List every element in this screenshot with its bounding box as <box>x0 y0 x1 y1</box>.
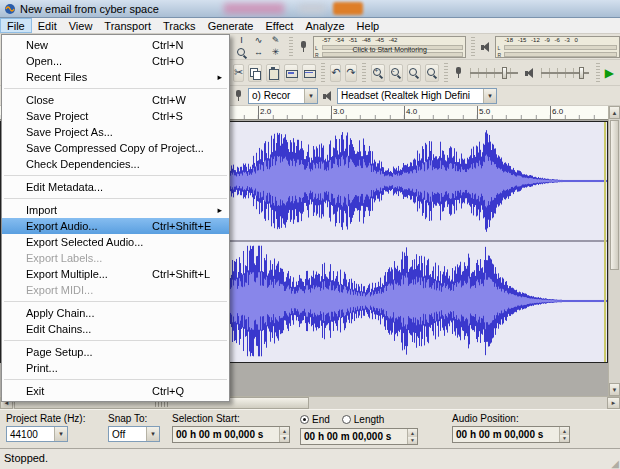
playback-volume-slider[interactable] <box>539 65 591 81</box>
menu-file[interactable]: File <box>0 18 32 33</box>
fit-selection-icon <box>408 67 420 79</box>
menu-item-edit-chains[interactable]: Edit Chains... <box>2 321 229 337</box>
menu-analyze[interactable]: Analyze <box>299 18 350 33</box>
fit-project-button[interactable] <box>425 64 439 82</box>
selection-start-value: 00 h 00 m 00,000 s <box>173 429 266 440</box>
menu-item-close[interactable]: CloseCtrl+W <box>2 92 229 108</box>
undo-button[interactable]: ↶ <box>330 64 341 82</box>
scroll-right-button[interactable]: ► <box>607 397 620 409</box>
slider-thumb[interactable] <box>579 67 584 79</box>
draw-tool-icon: ✎ <box>272 36 280 45</box>
playback-device-select[interactable]: Headset (Realtek High Defini ▾ <box>337 88 497 104</box>
menu-generate[interactable]: Generate <box>202 18 260 33</box>
play-at-speed-button[interactable]: ▶ <box>605 66 614 80</box>
toolbar-grip[interactable] <box>321 63 325 82</box>
slider-thumb[interactable] <box>502 67 507 79</box>
menu-item-new[interactable]: NewCtrl+N <box>2 37 229 53</box>
toolbar-grip[interactable] <box>444 63 448 82</box>
menu-help[interactable]: Help <box>351 18 386 33</box>
menu-item-label: Check Dependencies... <box>26 158 140 170</box>
menu-item-save-project-as[interactable]: Save Project As... <box>2 124 229 140</box>
menu-item-save-project[interactable]: Save ProjectCtrl+S <box>2 108 229 124</box>
spin-up-icon[interactable]: ▲ <box>560 427 569 435</box>
end-radio[interactable]: End <box>300 414 330 425</box>
menu-item-page-setup[interactable]: Page Setup... <box>2 344 229 360</box>
menu-item-edit-metadata[interactable]: Edit Metadata... <box>2 179 229 195</box>
spin-down-icon[interactable]: ▼ <box>408 437 417 445</box>
spin-down-icon[interactable]: ▼ <box>560 435 569 443</box>
audio-position-field[interactable]: 00 h 00 m 00,000 s ▲ ▼ <box>452 426 570 443</box>
redo-button[interactable]: ↷ <box>345 64 356 82</box>
selection-start-label: Selection Start: <box>172 413 290 424</box>
project-rate-select[interactable]: 44100 ▾ <box>6 426 68 442</box>
time-spinner[interactable]: ▲ ▼ <box>407 429 417 444</box>
playback-device-value: Headset (Realtek High Defini <box>338 90 473 101</box>
length-radio[interactable]: Length <box>342 414 385 425</box>
recording-meter[interactable]: -57 -54 -51 -48 -45 -42 L R Click to Sta… <box>313 36 466 58</box>
menu-item-exit[interactable]: ExitCtrl+Q <box>2 383 229 399</box>
menu-item-export-selected-audio[interactable]: Export Selected Audio... <box>2 234 229 250</box>
menu-item-apply-chain[interactable]: Apply Chain... <box>2 305 229 321</box>
scroll-up-button[interactable]: ▲ <box>609 106 620 119</box>
spin-up-icon[interactable]: ▲ <box>408 429 417 437</box>
zoom-in-button[interactable]: + <box>371 64 385 82</box>
zoom-in-icon: + <box>372 67 384 79</box>
spin-down-icon[interactable]: ▼ <box>280 435 289 443</box>
menu-item-open[interactable]: Open...Ctrl+O <box>2 53 229 69</box>
menu-item-label: Print... <box>26 362 58 374</box>
menu-item-export-multiple[interactable]: Export Multiple...Ctrl+Shift+L <box>2 266 229 282</box>
cut-button[interactable]: ✂ <box>233 64 244 82</box>
menu-edit[interactable]: Edit <box>32 18 63 33</box>
draw-tool-button[interactable]: ✎ <box>267 35 284 47</box>
submenu-arrow-icon: ▸ <box>217 205 222 215</box>
selection-tool-button[interactable]: I <box>233 35 250 47</box>
recording-meter-scale: -57 -54 -51 -48 -45 -42 <box>322 37 463 43</box>
menu-transport[interactable]: Transport <box>98 18 157 33</box>
multi-tool-button[interactable]: ✳ <box>267 47 284 59</box>
spin-up-icon[interactable]: ▲ <box>280 427 289 435</box>
recording-volume-slider[interactable] <box>468 65 520 81</box>
menu-item-save-compressed-copy[interactable]: Save Compressed Copy of Project... <box>2 140 229 156</box>
vertical-scrollbar[interactable]: ▲ ▼ <box>608 106 620 396</box>
menu-item-label: Export Audio... <box>26 220 98 232</box>
time-spinner[interactable]: ▲ ▼ <box>559 427 569 442</box>
scroll-down-button[interactable]: ▼ <box>609 383 620 396</box>
timeshift-tool-button[interactable]: ↔ <box>250 47 267 59</box>
zoom-tool-button[interactable] <box>233 47 250 59</box>
menu-item-print[interactable]: Print... <box>2 360 229 376</box>
trim-audio-button[interactable] <box>284 64 298 82</box>
menu-item-check-dependencies[interactable]: Check Dependencies... <box>2 156 229 172</box>
zoom-out-button[interactable]: - <box>389 64 403 82</box>
status-bar: Stopped. ◢ <box>0 448 620 469</box>
menu-item-import[interactable]: Import▸ <box>2 202 229 218</box>
menu-view[interactable]: View <box>63 18 99 33</box>
time-spinner[interactable]: ▲ ▼ <box>279 427 289 442</box>
recording-device-select[interactable]: o) Recor ▾ <box>248 88 318 104</box>
project-rate-group: Project Rate (Hz): 44100 ▾ <box>6 413 85 442</box>
copy-button[interactable] <box>248 64 262 82</box>
end-radio-label: End <box>312 414 330 425</box>
selection-end-field[interactable]: 00 h 00 m 00,000 s ▲ ▼ <box>300 428 418 445</box>
snap-to-select[interactable]: Off ▾ <box>108 426 160 442</box>
menu-effect[interactable]: Effect <box>260 18 300 33</box>
envelope-tool-button[interactable]: ∿ <box>250 35 267 47</box>
resize-grip-icon[interactable]: ◢ <box>611 458 619 469</box>
tools-toolbar: I ∿ ✎ ↔ ✳ <box>233 35 284 59</box>
menu-tracks[interactable]: Tracks <box>157 18 202 33</box>
menu-item-export-audio[interactable]: Export Audio...Ctrl+Shift+E <box>2 218 229 234</box>
undo-icon: ↶ <box>331 66 340 79</box>
playback-meter[interactable]: -18 -15 -12 -9 -6 -3 0 L R <box>495 36 620 58</box>
vertical-scroll-thumb[interactable] <box>610 120 619 270</box>
toolbar-grip[interactable] <box>362 63 366 82</box>
playback-meter-lane-right <box>504 52 617 57</box>
fit-selection-button[interactable] <box>407 64 421 82</box>
toolbar-grip[interactable] <box>289 37 293 56</box>
toolbar-grip[interactable] <box>596 63 600 82</box>
recording-meter-hint: Click to Start Monitoring <box>314 46 465 53</box>
menu-separator <box>4 88 227 89</box>
paste-button[interactable] <box>266 64 280 82</box>
menu-item-recent-files[interactable]: Recent Files▸ <box>2 69 229 85</box>
toolbar-grip[interactable] <box>471 37 475 56</box>
silence-audio-button[interactable] <box>302 64 316 82</box>
selection-start-field[interactable]: 00 h 00 m 00,000 s ▲ ▼ <box>172 426 290 443</box>
